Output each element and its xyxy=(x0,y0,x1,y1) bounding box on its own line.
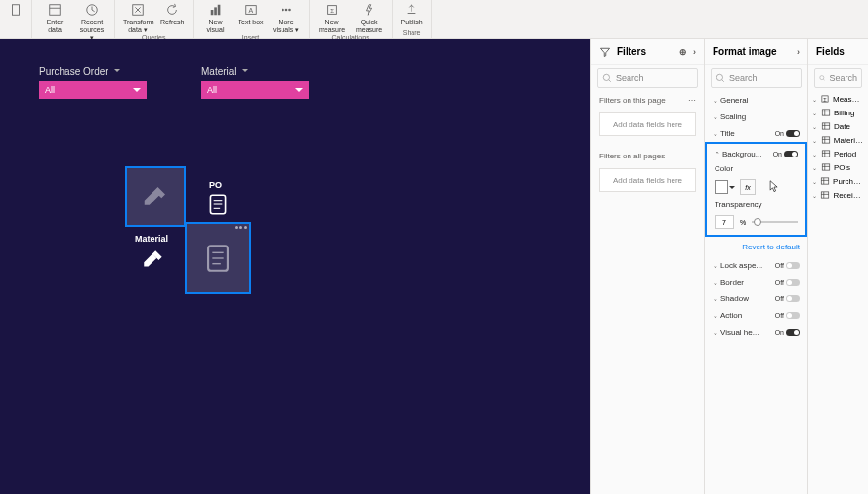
svg-text:Σ: Σ xyxy=(330,7,334,14)
text-box-icon: A xyxy=(243,2,259,18)
transparency-input[interactable] xyxy=(715,215,734,229)
format-search[interactable]: Search xyxy=(711,68,802,88)
format-border[interactable]: ⌄BorderOff xyxy=(705,274,807,291)
svg-rect-37 xyxy=(822,137,830,143)
revert-default[interactable]: Revert to default xyxy=(705,237,807,257)
cursor-icon xyxy=(769,180,779,194)
format-general[interactable]: ⌄General xyxy=(705,92,807,109)
field-table[interactable]: ⌄Materials xyxy=(808,133,868,147)
svg-rect-0 xyxy=(13,5,20,16)
new-measure-icon: Σ xyxy=(325,2,340,18)
svg-line-24 xyxy=(609,80,611,82)
svg-point-11 xyxy=(284,9,287,12)
transparency-slider[interactable] xyxy=(752,221,798,223)
slicer-dropdown[interactable]: All xyxy=(201,81,309,99)
svg-line-26 xyxy=(722,80,724,82)
fields-pane: Fields Search ⌄ΣMeasures U⌄Billing⌄Date⌄… xyxy=(807,39,868,494)
ribbon-enter-data[interactable]: Enter data xyxy=(38,2,71,34)
svg-rect-7 xyxy=(217,5,220,16)
collapse-icon[interactable]: › xyxy=(693,47,696,57)
recent-sources-icon xyxy=(84,2,100,18)
svg-point-12 xyxy=(288,9,291,12)
collapse-icon[interactable]: › xyxy=(797,47,800,57)
fx-button[interactable]: fx xyxy=(740,179,756,195)
format-shadow[interactable]: ⌄ShadowOff xyxy=(705,291,807,307)
field-table[interactable]: ⌄ΣMeasures U xyxy=(808,92,868,106)
publish-icon xyxy=(404,2,419,18)
format-visual-header[interactable]: ⌄Visual he...On xyxy=(705,324,807,340)
report-canvas[interactable]: Purchase Order All Material All PO Mater… xyxy=(0,39,590,494)
svg-point-25 xyxy=(716,74,722,80)
svg-point-23 xyxy=(603,74,609,80)
search-icon xyxy=(716,73,725,83)
clipboard-list-icon xyxy=(201,242,235,275)
table-icon xyxy=(820,190,830,200)
expand-icon[interactable]: ⊕ xyxy=(679,47,687,57)
svg-line-28 xyxy=(823,79,824,80)
svg-point-10 xyxy=(282,9,284,12)
format-scaling[interactable]: ⌄Scaling xyxy=(705,109,807,125)
svg-rect-1 xyxy=(50,5,61,16)
svg-point-27 xyxy=(820,76,824,80)
search-icon xyxy=(819,73,825,83)
svg-rect-40 xyxy=(822,151,830,157)
hammer-icon xyxy=(141,182,170,211)
slicer-purchase-order[interactable]: Purchase Order All xyxy=(39,67,147,99)
format-action[interactable]: ⌄ActionOff xyxy=(705,307,807,324)
ribbon-new-measure[interactable]: Σ New measure xyxy=(316,2,349,34)
clipboard-icon xyxy=(8,2,23,18)
ribbon-item-cut[interactable] xyxy=(6,2,25,19)
format-background-highlight: ⌃Backgrou...On Color fx Transparency % xyxy=(705,142,807,237)
svg-text:A: A xyxy=(248,7,253,14)
ribbon-refresh[interactable]: Refresh xyxy=(158,2,187,26)
image-visual-material-bg[interactable] xyxy=(125,166,186,227)
ribbon-more-visuals[interactable]: More visuals ▾ xyxy=(270,2,303,34)
slicer-material[interactable]: Material All xyxy=(201,67,309,99)
format-lock-aspect[interactable]: ⌄Lock aspe...Off xyxy=(705,257,807,274)
table-icon xyxy=(821,135,831,145)
color-picker[interactable] xyxy=(715,180,728,194)
ribbon-transform-data[interactable]: Transform data ▾ xyxy=(121,2,154,34)
field-table[interactable]: ⌄Date xyxy=(808,119,868,133)
format-title[interactable]: ⌄TitleOn xyxy=(705,125,807,142)
label-material: Material xyxy=(135,234,168,244)
ribbon-publish[interactable]: Publish xyxy=(399,2,425,26)
svg-rect-31 xyxy=(822,110,830,115)
filter-drop-all[interactable]: Add data fields here xyxy=(599,168,696,192)
enter-data-icon xyxy=(47,2,63,18)
quick-measure-icon xyxy=(362,2,377,18)
ribbon-quick-measure[interactable]: Quick measure xyxy=(353,2,386,34)
ribbon: Enter data Recent sources ▾ Transform da… xyxy=(0,0,868,39)
table-icon xyxy=(821,108,831,117)
slicer-dropdown[interactable]: All xyxy=(39,81,147,99)
search-icon xyxy=(602,73,612,83)
more-icon[interactable]: ⋯ xyxy=(688,96,696,105)
new-visual-icon xyxy=(208,2,224,18)
table-icon xyxy=(821,121,831,131)
ribbon-text-box[interactable]: A Text box xyxy=(237,2,266,26)
table-icon: Σ xyxy=(820,94,830,104)
svg-rect-43 xyxy=(822,164,830,170)
clipboard-list-icon xyxy=(205,192,231,217)
image-visual-selected[interactable] xyxy=(185,222,251,294)
field-table[interactable]: ⌄Purchases xyxy=(808,174,868,188)
filters-search[interactable]: Search xyxy=(597,68,698,88)
field-table[interactable]: ⌄Billing xyxy=(808,106,868,119)
ribbon-new-visual[interactable]: New visual xyxy=(199,2,233,34)
table-icon xyxy=(821,149,831,158)
table-icon xyxy=(821,162,831,172)
field-table[interactable]: ⌄Receiving xyxy=(808,188,868,202)
transform-icon xyxy=(130,2,146,18)
svg-rect-5 xyxy=(210,10,213,15)
ribbon-recent-sources[interactable]: Recent sources ▾ xyxy=(75,2,108,42)
field-table[interactable]: ⌄Period xyxy=(808,147,868,160)
svg-text:Σ: Σ xyxy=(823,97,827,103)
field-table[interactable]: ⌄PO's xyxy=(808,160,868,174)
fields-search[interactable]: Search xyxy=(814,68,862,88)
format-background[interactable]: ⌃Backgrou...On xyxy=(707,146,805,162)
svg-rect-49 xyxy=(822,192,830,198)
filter-drop-page[interactable]: Add data fields here xyxy=(599,112,696,136)
filters-pane: Filters ⊕ › Search Filters on this page⋯… xyxy=(590,39,704,494)
table-icon xyxy=(820,176,830,186)
more-visuals-icon xyxy=(279,2,294,18)
